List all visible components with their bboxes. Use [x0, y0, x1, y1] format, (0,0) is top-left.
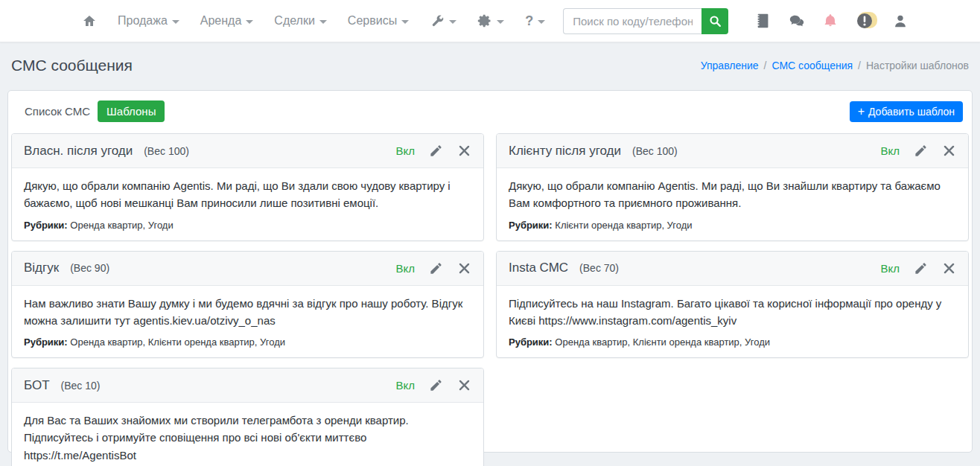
gear-icon: [477, 13, 492, 28]
exclamation-circle-icon: [856, 12, 874, 30]
status-toggle[interactable]: Вкл: [396, 262, 416, 275]
tab-sms-list[interactable]: Список СМС: [17, 100, 98, 122]
search-box: [563, 8, 728, 34]
menu-arenda[interactable]: Аренда: [193, 8, 261, 33]
card-body: Підписуйтесь на наш Instagram. Багато ці…: [497, 286, 968, 358]
template-text: Для Вас та Ваших знайомих ми створили те…: [24, 412, 471, 464]
card-actions: Вкл: [396, 378, 472, 392]
card-header: Відгук (Вес 90) Вкл: [12, 252, 483, 286]
rubrics-value: Клієнти оренда квартир, Угоди: [555, 220, 692, 231]
rubrics-line: Рубрики: Оренда квартир, Клієнти оренда …: [24, 336, 471, 348]
search-button[interactable]: [701, 8, 728, 34]
card-weight: (Вес 90): [70, 262, 109, 274]
user-profile-icon[interactable]: [892, 13, 909, 29]
card-weight: (Вес 100): [632, 145, 678, 157]
add-template-button[interactable]: + Добавить шаблон: [850, 101, 963, 122]
edit-pencil-icon[interactable]: [429, 378, 443, 392]
delete-x-icon[interactable]: [942, 144, 956, 158]
journal-icon[interactable]: [755, 13, 771, 29]
template-cards-grid: Власн. після угоди (Вес 100) Вкл Дякую, …: [8, 131, 972, 466]
card-body: Нам важливо знати Вашу думку і ми будемо…: [12, 286, 483, 358]
rubrics-value: Оренда квартир, Угоди: [70, 220, 173, 231]
template-card: Відгук (Вес 90) Вкл Нам важливо знати Ва…: [11, 251, 484, 359]
card-weight: (Вес 10): [61, 380, 101, 392]
template-card: Insta СМС (Вес 70) Вкл Підписуйтесь на н…: [496, 251, 969, 359]
card-title: Insta СМС: [509, 261, 568, 275]
card-title: БОТ: [24, 378, 50, 393]
page-title: СМС сообщения: [11, 57, 133, 74]
menu-servisy-label: Сервисы: [348, 14, 397, 28]
breadcrumb-separator: /: [764, 60, 767, 71]
menu-help[interactable]: ?: [518, 7, 553, 35]
rubrics-line: Рубрики: Клієнти оренда квартир, Угоди: [509, 220, 956, 231]
status-toggle[interactable]: Вкл: [881, 144, 900, 157]
status-toggle[interactable]: Вкл: [396, 379, 416, 392]
notifications-bell-icon[interactable]: [822, 13, 839, 29]
templates-panel: Список СМС Шаблоны + Добавить шаблон Вла…: [7, 90, 973, 453]
panel-toolbar: Список СМС Шаблоны + Добавить шаблон: [8, 91, 972, 131]
chevron-down-icon: [497, 20, 504, 24]
card-body: Дякую, що обрали компанію Agentis. Ми ра…: [12, 168, 483, 240]
template-text: Дякую, що обрали компанію Agentis. Ми ра…: [509, 177, 956, 212]
breadcrumb-separator: /: [858, 60, 861, 71]
chevron-down-icon: [449, 20, 456, 24]
template-text: Нам важливо знати Вашу думку і ми будемо…: [24, 295, 471, 330]
alerts-button[interactable]: [856, 12, 875, 30]
menu-sdelki-label: Сделки: [274, 14, 315, 28]
delete-x-icon[interactable]: [942, 261, 956, 275]
card-body: Для Вас та Ваших знайомих ми створили те…: [12, 403, 483, 466]
main-menu: Продажа Аренда Сделки Сервисы ?: [74, 7, 553, 35]
rubrics-label: Рубрики:: [509, 336, 553, 348]
card-header: Клієнту після угоди (Вес 100) Вкл: [497, 134, 968, 168]
home-icon: [82, 13, 97, 28]
rubrics-value: Оренда квартир, Клієнти оренда квартир, …: [70, 336, 285, 348]
breadcrumb-sms-soobshcheniya[interactable]: СМС сообщения: [771, 60, 853, 71]
card-actions: Вкл: [881, 144, 957, 158]
page-header: СМС сообщения Управление / СМС сообщения…: [0, 42, 980, 89]
chevron-down-icon: [401, 20, 409, 24]
edit-pencil-icon[interactable]: [914, 144, 928, 158]
chevron-down-icon: [319, 20, 327, 24]
edit-pencil-icon[interactable]: [429, 144, 443, 158]
status-toggle[interactable]: Вкл: [881, 262, 900, 275]
wrench-icon: [430, 13, 445, 28]
template-card: БОТ (Вес 10) Вкл Для Вас та Ваших знайом…: [11, 368, 484, 466]
card-title: Клієнту після угоди: [509, 144, 621, 159]
card-title: Власн. після угоди: [24, 144, 133, 159]
delete-x-icon[interactable]: [457, 144, 471, 158]
rubrics-line: Рубрики: Оренда квартир, Клієнти оренда …: [509, 336, 956, 348]
menu-sdelki[interactable]: Сделки: [267, 8, 334, 33]
add-template-label: Добавить шаблон: [868, 106, 955, 118]
edit-pencil-icon[interactable]: [914, 261, 928, 275]
breadcrumb: Управление / СМС сообщения / Настройки ш…: [701, 60, 969, 71]
menu-prodazha[interactable]: Продажа: [110, 8, 187, 33]
messages-icon[interactable]: [789, 13, 805, 29]
card-header: БОТ (Вес 10) Вкл: [12, 368, 483, 403]
card-actions: Вкл: [396, 144, 472, 158]
chevron-down-icon: [172, 20, 179, 24]
card-weight: (Вес 100): [144, 145, 189, 157]
card-header: Insta СМС (Вес 70) Вкл: [497, 252, 968, 286]
menu-settings[interactable]: [470, 7, 512, 34]
rubrics-line: Рубрики: Оренда квартир, Угоди: [24, 220, 471, 231]
search-input[interactable]: [563, 8, 701, 34]
status-toggle[interactable]: Вкл: [396, 144, 416, 157]
edit-pencil-icon[interactable]: [429, 261, 443, 275]
delete-x-icon[interactable]: [457, 261, 471, 275]
template-card: Клієнту після угоди (Вес 100) Вкл Дякую,…: [496, 133, 969, 241]
tab-templates[interactable]: Шаблоны: [98, 100, 165, 122]
card-header: Власн. після угоди (Вес 100) Вкл: [12, 134, 483, 168]
rubrics-value: Оренда квартир, Клієнти оренда квартир, …: [555, 336, 770, 348]
menu-servisy[interactable]: Сервисы: [340, 8, 416, 33]
home-button[interactable]: [74, 7, 104, 34]
card-title: Відгук: [24, 261, 59, 275]
menu-prodazha-label: Продажа: [118, 14, 168, 28]
card-actions: Вкл: [881, 261, 957, 275]
rubrics-label: Рубрики:: [24, 220, 68, 231]
chevron-down-icon: [538, 20, 545, 24]
delete-x-icon[interactable]: [457, 378, 471, 392]
menu-tools[interactable]: [422, 7, 464, 34]
plus-icon: +: [858, 106, 865, 118]
help-icon: ?: [525, 13, 533, 29]
breadcrumb-upravlenie[interactable]: Управление: [701, 60, 759, 71]
